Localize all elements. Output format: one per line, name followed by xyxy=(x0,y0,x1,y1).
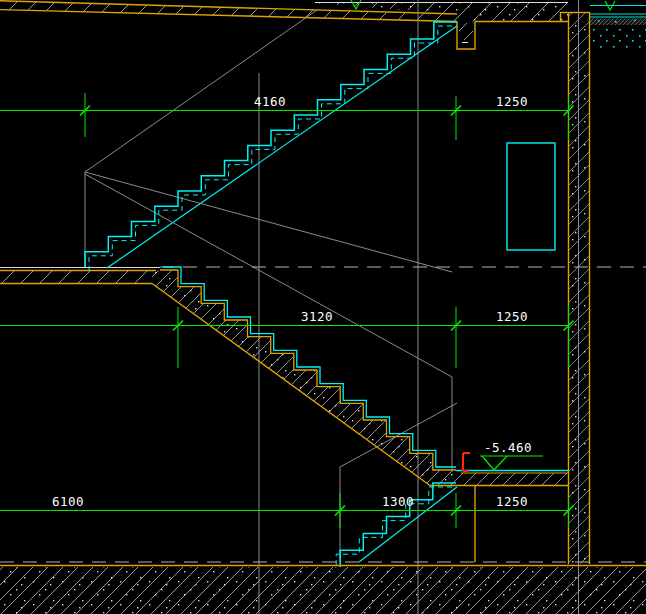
dim-text-top-run: 4160 xyxy=(254,94,286,109)
level-text: -5.460 xyxy=(484,440,532,455)
drawing-canvas[interactable]: 4160 1250 3120 1250 6100 1300 1250 -5.46… xyxy=(0,0,646,614)
canvas-background xyxy=(0,0,646,614)
dim-text-bottom-run: 1300 xyxy=(382,494,414,509)
cad-viewport[interactable]: 4160 1250 3120 1250 6100 1300 1250 -5.46… xyxy=(0,0,646,614)
ground-foundation xyxy=(0,562,646,614)
mid-landing-slab xyxy=(0,268,160,284)
gravel-dots xyxy=(590,26,646,49)
dim-text-bottom-landing: 1250 xyxy=(496,494,528,509)
dim-text-mid-run: 3120 xyxy=(301,309,333,324)
dim-text-bottom-left: 6100 xyxy=(52,494,84,509)
dim-text-top-landing: 1250 xyxy=(496,94,528,109)
dim-text-mid-landing: 1250 xyxy=(496,309,528,324)
